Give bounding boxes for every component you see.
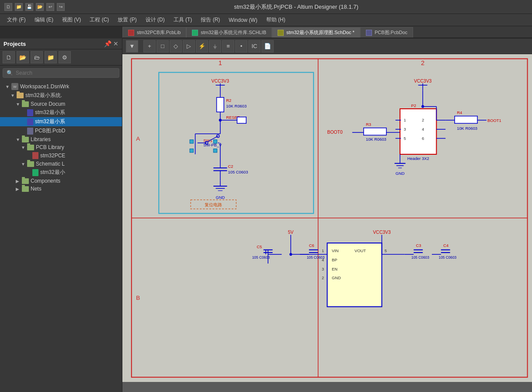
- libraries-label: Libraries: [31, 136, 51, 142]
- menu-item-v[interactable]: 视图 (V): [59, 15, 84, 24]
- add-sheet-btn[interactable]: 📄: [261, 40, 274, 52]
- svg-rect-35: [213, 149, 217, 153]
- menu-item-f[interactable]: 文件 (F): [3, 15, 29, 24]
- folder-open-button[interactable]: 🗁: [31, 51, 43, 63]
- tree-item-pcblib-file[interactable]: stm32PCE: [0, 151, 122, 160]
- tree-item-schlib-folder[interactable]: ▼ Schematic L: [0, 160, 122, 168]
- tab-schdoc-icon: [278, 30, 284, 36]
- svg-text:5: 5: [385, 249, 387, 253]
- tree-item-pcblib-folder[interactable]: ▼ PCB Library: [0, 143, 122, 151]
- svg-rect-12: [217, 97, 224, 112]
- open-project-icon[interactable]: 📁: [15, 3, 23, 11]
- tree-item-workspace[interactable]: ▼ W Workspace1.DsnWrk: [0, 82, 122, 91]
- title-bar-icons: 🗋 📁 💾 📂 ↩ ↪: [4, 3, 65, 11]
- tab-pcb[interactable]: PCB图.PcbDoc: [360, 27, 413, 38]
- svg-text:C2: C2: [228, 164, 233, 169]
- pcblib-file-icon: [32, 152, 38, 159]
- svg-text:2: 2: [322, 276, 324, 280]
- place-port-btn[interactable]: ▷: [183, 40, 195, 52]
- place-junction-btn[interactable]: •: [235, 40, 247, 52]
- components-label: Components: [31, 178, 60, 184]
- pcbdoc-icon: [27, 128, 33, 135]
- tab-schdoc[interactable]: stm32最小系统原理图.SchDoc *: [272, 27, 360, 38]
- svg-rect-78: [455, 116, 477, 124]
- svg-text:C4: C4: [443, 243, 449, 248]
- svg-text:5V: 5V: [288, 230, 294, 235]
- place-bus-btn[interactable]: ≡: [222, 40, 234, 52]
- tree-item-pcbdoc[interactable]: PCB图.PcbD: [0, 126, 122, 135]
- tab-pcblib[interactable]: stm32PCB库.PcbLib: [122, 27, 186, 38]
- place-wire-btn[interactable]: +: [143, 40, 156, 52]
- tree-item-nets[interactable]: ▶ Nets: [0, 185, 122, 193]
- tree-item-schdoc1[interactable]: stm32最小系: [0, 108, 122, 117]
- svg-text:105 C0603: 105 C0603: [252, 255, 270, 260]
- svg-text:P2: P2: [411, 104, 416, 108]
- svg-text:1: 1: [322, 249, 324, 253]
- menu-item-r[interactable]: 报告 (R): [197, 15, 223, 24]
- menu-item-t[interactable]: 工具 (T): [170, 15, 196, 24]
- svg-rect-55: [364, 128, 386, 135]
- svg-text:复位电路: 复位电路: [205, 202, 222, 207]
- new-doc-button[interactable]: 🗋: [3, 51, 15, 63]
- menu-item-p[interactable]: 放置 (P): [114, 15, 140, 24]
- source-docs-folder-icon: [22, 101, 29, 107]
- place-gnd-btn[interactable]: ⏚: [209, 40, 221, 52]
- schdoc2-icon: [27, 118, 33, 125]
- folder-add-button[interactable]: 📁: [45, 51, 57, 63]
- undo-icon[interactable]: ↩: [46, 3, 54, 11]
- open-file-icon[interactable]: 📂: [36, 3, 44, 11]
- menu-item-d[interactable]: 设计 (D): [142, 15, 168, 24]
- menu-item-windoww[interactable]: Window (W): [225, 16, 261, 24]
- tree-item-schdoc2[interactable]: stm32最小系: [0, 117, 122, 126]
- svg-text:R3: R3: [366, 122, 371, 127]
- project-tree: ▼ W Workspace1.DsnWrk ▼ stm32最小系统. ▼ Sou: [0, 80, 122, 392]
- tab-schlib-icon: [192, 30, 198, 36]
- title-bar: 🗋 📁 💾 📂 ↩ ↪ stm32最小系统.PrjPCB - Altium De…: [0, 0, 532, 14]
- svg-text:GND: GND: [216, 195, 225, 200]
- open-doc-button[interactable]: 📂: [17, 51, 29, 63]
- svg-rect-34: [213, 140, 217, 143]
- sidebar-close-icon[interactable]: ✕: [113, 40, 118, 47]
- svg-text:6: 6: [422, 136, 424, 141]
- content-area: Projects 📌 ✕ 🗋 📂 🗁 📁 ⚙ 🔍: [0, 26, 532, 392]
- tree-item-components[interactable]: ▶ Components: [0, 177, 122, 185]
- svg-rect-20: [237, 117, 246, 124]
- settings-button[interactable]: ⚙: [59, 51, 71, 63]
- tree-item-libraries[interactable]: ▼ Libraries: [0, 135, 122, 143]
- sidebar-pin-icon[interactable]: 📌: [104, 40, 111, 47]
- save-project-icon[interactable]: 💾: [25, 3, 33, 11]
- menu-item-e[interactable]: 编辑 (E): [31, 15, 57, 24]
- filter-tool-btn[interactable]: ▼: [126, 40, 138, 52]
- svg-text:3: 3: [403, 127, 406, 132]
- menu-item-h[interactable]: 帮助 (H): [263, 15, 289, 24]
- redo-icon[interactable]: ↪: [57, 3, 65, 11]
- tab-pcb-icon: [366, 30, 372, 36]
- search-box[interactable]: 🔍: [3, 68, 119, 78]
- tree-item-schlib-file[interactable]: stm32最小: [0, 168, 122, 177]
- svg-text:3: 3: [322, 267, 324, 271]
- place-component-btn[interactable]: IC: [248, 40, 261, 52]
- schdoc1-icon: [27, 109, 33, 116]
- tab-schlib-label: stm32最小系统元件库.SCHLIB: [201, 29, 266, 36]
- tab-schdoc-label: stm32最小系统原理图.SchDoc *: [286, 29, 355, 36]
- tree-item-project[interactable]: ▼ stm32最小系统.: [0, 91, 122, 100]
- components-folder-icon: [22, 178, 29, 184]
- place-rect-btn[interactable]: □: [156, 40, 169, 52]
- svg-text:SW-PB_V: SW-PB_V: [203, 143, 222, 147]
- place-poly-btn[interactable]: ◇: [170, 40, 182, 52]
- svg-text:EN: EN: [332, 267, 337, 271]
- sidebar-title: Projects: [3, 41, 26, 47]
- new-icon[interactable]: 🗋: [4, 3, 12, 11]
- menu-item-c[interactable]: 工程 (C): [86, 15, 112, 24]
- search-input[interactable]: [16, 70, 115, 76]
- svg-text:5: 5: [403, 136, 406, 141]
- svg-text:105 C0603: 105 C0603: [228, 170, 248, 174]
- svg-text:VIN: VIN: [332, 249, 339, 253]
- svg-text:VCC3V3: VCC3V3: [373, 230, 391, 235]
- source-docs-label: Source Docum: [31, 101, 65, 107]
- tree-item-source-docs[interactable]: ▼ Source Docum: [0, 100, 122, 108]
- place-power-btn[interactable]: ⚡: [196, 40, 208, 52]
- tab-schlib[interactable]: stm32最小系统元件库.SCHLIB: [186, 27, 272, 38]
- svg-text:Header 3X2: Header 3X2: [407, 156, 429, 161]
- libraries-folder-icon: [22, 137, 29, 142]
